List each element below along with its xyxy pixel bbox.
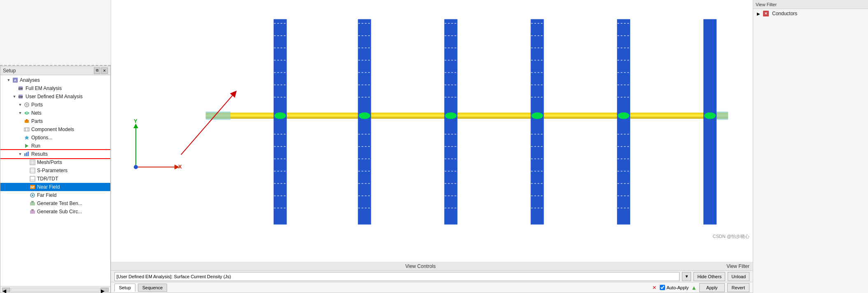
svg-rect-18 — [30, 160, 35, 165]
svg-rect-10 — [26, 119, 28, 120]
expand-analyses[interactable]: ▼ — [6, 78, 11, 83]
conductors-row: ▶ ✕ Conductors — [753, 9, 868, 18]
nets-label: Nets — [31, 110, 42, 116]
expand-nets[interactable]: ▼ — [18, 111, 23, 115]
sparams-icon — [29, 167, 36, 174]
tree-item-results[interactable]: ▼ Results — [0, 150, 110, 158]
antenna-svg: Y X — [111, 0, 753, 244]
auto-apply-text: Auto-Apply — [666, 285, 689, 290]
options-label: Options... — [31, 135, 52, 141]
svg-point-31 — [32, 194, 33, 196]
ports-icon — [23, 102, 30, 108]
tree-item-tdrTdt[interactable]: ▶ TDR/TDT — [0, 175, 110, 183]
expand-nearfield: ▶ — [23, 185, 28, 189]
mesh-icon — [29, 159, 36, 166]
svg-rect-36 — [111, 3, 753, 241]
tabs-row: Setup Sequence ✕ Auto-Apply ▲ Apply Reve… — [111, 282, 753, 293]
apply-button[interactable]: Apply — [699, 283, 725, 292]
auto-apply-checkbox[interactable] — [660, 285, 665, 290]
tree-item-meshPorts[interactable]: ▶ Mesh/Ports — [0, 158, 110, 166]
view-dropdown[interactable] — [114, 272, 680, 281]
tree-item-nearField[interactable]: ▶ NF Near Field — [0, 183, 110, 191]
svg-point-48 — [359, 113, 370, 119]
tree-item-sParameters[interactable]: ▶ S-Parameters — [0, 166, 110, 175]
svg-rect-34 — [30, 210, 35, 214]
view-controls-header: View Controls View Filter — [111, 262, 753, 271]
subCirc-icon — [29, 208, 36, 215]
tree-item-userDefinedEM[interactable]: ▼ EM User Defined EM Analysis — [0, 92, 110, 101]
scroll-left-btn[interactable]: ◀ — [2, 288, 10, 292]
watermark: CSDN @怡步晓心 — [713, 233, 749, 240]
scrollbar-track[interactable] — [11, 288, 100, 292]
svg-point-50 — [531, 113, 543, 119]
conductors-expand-icon[interactable]: ▶ — [756, 11, 761, 16]
setup-tab[interactable]: Setup — [114, 284, 135, 292]
fullEM-label: Full EM Analysis — [26, 85, 62, 91]
expand-mesh: ▶ — [23, 160, 28, 165]
tree-item-generateSubCirc[interactable]: ▶ Generate Sub Circ... — [0, 208, 110, 216]
unload-button[interactable]: Unload — [728, 272, 749, 281]
tree-item-generateTestBen[interactable]: ▶ Generate Test Ben... — [0, 199, 110, 208]
tree-item-componentModels[interactable]: ▶ Component Models — [0, 125, 110, 134]
setup-close-icon[interactable]: ✕ — [101, 67, 108, 74]
options-icon — [23, 134, 30, 141]
expand-userDefinedEM[interactable]: ▼ — [12, 94, 17, 99]
run-label: Run — [31, 143, 40, 149]
ports-label: Ports — [31, 102, 43, 108]
generateSubCirc-label: Generate Sub Circ... — [37, 209, 82, 215]
auto-apply-label: Auto-Apply — [660, 285, 689, 290]
svg-text:A: A — [14, 78, 16, 82]
dropdown-arrow-btn[interactable]: ▼ — [682, 272, 691, 281]
svg-rect-45 — [617, 19, 630, 225]
tree-scrollbar-h[interactable]: ◀ ▶ — [0, 286, 110, 293]
fullEM-icon: EM — [18, 85, 24, 92]
tree-item-analyses[interactable]: ▼ A Analyses — [0, 76, 110, 84]
auto-apply-area: ✕ Auto-Apply ▲ Apply Revert — [652, 283, 749, 292]
tdrTdt-label: TDR/TDT — [37, 176, 58, 182]
setup-restore-icon[interactable]: ⧉ — [94, 67, 100, 74]
view-filter-header-label: View Filter — [756, 2, 777, 7]
expand-ports[interactable]: ▼ — [18, 102, 23, 107]
svg-marker-14 — [25, 144, 28, 148]
setup-header: Setup ⧉ ✕ — [0, 66, 110, 75]
tree-item-options[interactable]: ▶ Options... — [0, 134, 110, 142]
view-filter-title: View Filter — [726, 263, 749, 269]
svg-point-127 — [134, 165, 138, 169]
conductors-x-icon[interactable]: ✕ — [763, 11, 769, 16]
tree-item-farField[interactable]: ▶ Far Field — [0, 191, 110, 199]
view-controls-title: View Controls — [405, 263, 436, 269]
revert-button[interactable]: Revert — [727, 283, 749, 292]
results-label: Results — [31, 151, 48, 157]
tdr-icon — [29, 175, 36, 182]
svg-point-52 — [704, 113, 716, 119]
svg-rect-42 — [358, 19, 371, 225]
nearField-icon: NF — [29, 184, 36, 190]
tree-item-parts[interactable]: ▶ Parts — [0, 117, 110, 125]
sequence-tab[interactable]: Sequence — [138, 284, 168, 292]
scroll-right-btn[interactable]: ▶ — [100, 288, 109, 292]
svg-rect-17 — [28, 152, 29, 156]
tree-item-fullEM[interactable]: ▶ EM Full EM Analysis — [0, 84, 110, 92]
dropdown-row: ▼ Hide Others Unload — [111, 271, 753, 282]
farField-label: Far Field — [37, 192, 56, 198]
apply-icon: ▲ — [691, 284, 697, 291]
results-icon — [23, 151, 30, 157]
tree-area: ▼ A Analyses ▶ EM Full EM Analysis ▼ — [0, 75, 110, 286]
farField-icon — [29, 192, 36, 198]
tree-item-run[interactable]: ▶ Run — [0, 142, 110, 150]
svg-point-51 — [618, 113, 629, 119]
svg-rect-16 — [26, 152, 27, 156]
userDefinedEM-icon: EM — [18, 93, 24, 100]
svg-point-49 — [445, 113, 456, 119]
right-panel: View Filter ▶ ✕ Conductors — [753, 0, 868, 293]
svg-rect-35 — [31, 209, 34, 211]
svg-text:EM: EM — [19, 95, 23, 98]
expand-testben: ▶ — [23, 201, 28, 206]
expand-results[interactable]: ▼ — [18, 152, 23, 157]
tree-item-ports[interactable]: ▼ Ports — [0, 101, 110, 109]
svg-rect-32 — [30, 202, 35, 205]
componentModels-label: Component Models — [31, 127, 74, 132]
tree-item-nets[interactable]: ▼ Nets — [0, 109, 110, 117]
hide-others-button[interactable]: Hide Others — [693, 272, 725, 281]
svg-rect-33 — [31, 201, 34, 203]
